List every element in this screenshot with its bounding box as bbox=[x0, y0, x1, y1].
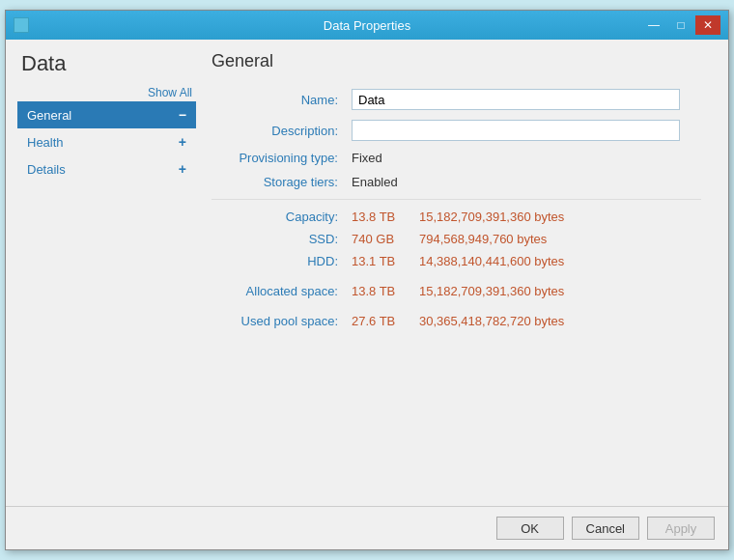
allocated-bytes: 15,182,709,391,360 bytes bbox=[419, 284, 564, 298]
titlebar-buttons: — □ ✕ bbox=[641, 15, 720, 35]
sidebar-item-health[interactable]: Health + bbox=[17, 128, 196, 155]
titlebar: Data Properties — □ ✕ bbox=[6, 11, 728, 40]
used-pool-row: Used pool space: 27.6 TB 30,365,418,782,… bbox=[212, 314, 701, 328]
maximize-button[interactable]: □ bbox=[668, 15, 693, 35]
capacity-label: Capacity: bbox=[212, 210, 352, 224]
content-area: Data Show All General − Health + Details… bbox=[6, 40, 728, 506]
cancel-button[interactable]: Cancel bbox=[572, 517, 639, 540]
sidebar-item-details[interactable]: Details + bbox=[17, 155, 196, 182]
hdd-label: HDD: bbox=[212, 254, 352, 268]
ok-button[interactable]: OK bbox=[496, 517, 564, 540]
sidebar-title: Data bbox=[17, 51, 196, 76]
storage-tiers-label: Storage tiers: bbox=[212, 175, 352, 189]
hdd-tb: 13.1 TB bbox=[352, 254, 419, 268]
description-label: Description: bbox=[212, 124, 352, 138]
used-pool-tb: 27.6 TB bbox=[352, 314, 419, 328]
capacity-tb: 13.8 TB bbox=[352, 210, 419, 224]
titlebar-left bbox=[14, 17, 29, 33]
ssd-label: SSD: bbox=[212, 232, 352, 246]
description-row: Description: bbox=[212, 120, 701, 141]
ssd-bytes: 794,568,949,760 bytes bbox=[419, 232, 547, 246]
nav-general-icon: − bbox=[179, 107, 186, 123]
window-title: Data Properties bbox=[324, 18, 410, 33]
name-label: Name: bbox=[212, 93, 352, 107]
name-input[interactable] bbox=[352, 89, 680, 110]
divider bbox=[212, 199, 701, 200]
allocated-tb: 13.8 TB bbox=[352, 284, 419, 298]
allocated-label: Allocated space: bbox=[212, 284, 352, 298]
allocated-row: Allocated space: 13.8 TB 15,182,709,391,… bbox=[212, 284, 701, 298]
provisioning-label: Provisioning type: bbox=[212, 151, 352, 165]
window: Data Properties — □ ✕ Data Show All Gene… bbox=[5, 10, 729, 550]
capacity-bytes: 15,182,709,391,360 bytes bbox=[419, 210, 564, 224]
provisioning-row: Provisioning type: Fixed bbox=[212, 151, 701, 165]
description-input[interactable] bbox=[352, 120, 680, 141]
close-button[interactable]: ✕ bbox=[695, 15, 720, 35]
nav-health-label: Health bbox=[27, 135, 64, 150]
sidebar-item-general[interactable]: General − bbox=[17, 101, 196, 128]
provisioning-value: Fixed bbox=[352, 151, 382, 165]
show-all-link[interactable]: Show All bbox=[17, 86, 196, 99]
sidebar: Data Show All General − Health + Details… bbox=[17, 51, 196, 494]
apply-button[interactable]: Apply bbox=[647, 517, 715, 540]
hdd-bytes: 14,388,140,441,600 bytes bbox=[419, 254, 564, 268]
nav-general-label: General bbox=[27, 108, 71, 123]
window-icon bbox=[14, 17, 29, 33]
hdd-row: HDD: 13.1 TB 14,388,140,441,600 bytes bbox=[212, 254, 701, 268]
footer: OK Cancel Apply bbox=[6, 506, 728, 549]
nav-health-icon: + bbox=[179, 134, 186, 150]
minimize-button[interactable]: — bbox=[641, 15, 666, 35]
ssd-row: SSD: 740 GB 794,568,949,760 bytes bbox=[212, 232, 701, 246]
capacity-row: Capacity: 13.8 TB 15,182,709,391,360 byt… bbox=[212, 210, 701, 224]
nav-details-icon: + bbox=[179, 161, 186, 177]
ssd-tb: 740 GB bbox=[352, 232, 419, 246]
nav-details-label: Details bbox=[27, 162, 66, 177]
storage-tiers-value: Enabled bbox=[352, 175, 398, 189]
used-pool-label: Used pool space: bbox=[212, 314, 352, 328]
section-title: General bbox=[212, 51, 701, 71]
used-pool-bytes: 30,365,418,782,720 bytes bbox=[419, 314, 564, 328]
main-content: General Name: Description: Provisioning … bbox=[196, 51, 717, 494]
storage-tiers-row: Storage tiers: Enabled bbox=[212, 175, 701, 189]
name-row: Name: bbox=[212, 89, 701, 110]
